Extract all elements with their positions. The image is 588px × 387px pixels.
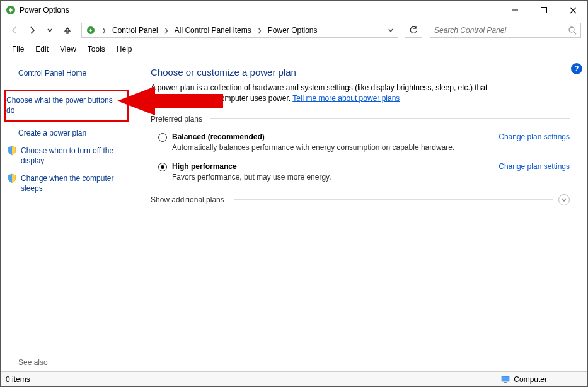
menu-edit[interactable]: Edit [30, 43, 54, 55]
sidebar-item-sleep: Change when the computer sleeps [7, 173, 129, 193]
app-icon [6, 5, 16, 15]
svg-rect-9 [502, 376, 509, 381]
menu-help[interactable]: Help [112, 43, 137, 55]
sidebar-item-display-off: Choose when to turn off the display [7, 146, 129, 166]
recent-dropdown[interactable] [42, 23, 57, 38]
svg-line-7 [574, 32, 576, 34]
breadcrumb-item[interactable]: Control Panel [110, 26, 161, 35]
menu-file[interactable]: File [7, 43, 29, 55]
forward-button[interactable] [25, 23, 40, 38]
breadcrumb-item[interactable]: All Control Panel Items [172, 26, 254, 35]
address-dropdown[interactable] [385, 27, 396, 33]
titlebar: Power Options [1, 1, 587, 20]
control-panel-home-link[interactable]: Control Panel Home [18, 68, 129, 78]
plan-desc: Favors performance, but may use more ene… [172, 173, 493, 182]
status-items: 0 items [3, 375, 501, 384]
change-plan-settings-link[interactable]: Change plan settings [499, 132, 570, 141]
menu-view[interactable]: View [55, 43, 81, 55]
status-right: Computer [501, 375, 585, 384]
window-controls [500, 1, 587, 20]
search-icon[interactable] [568, 26, 577, 35]
show-additional-plans: Show additional plans [151, 194, 570, 205]
plan-balanced: Balanced (recommended) Automatically bal… [151, 130, 570, 159]
tell-me-more-link[interactable]: Tell me more about power plans [292, 94, 400, 103]
chevron-right-icon[interactable]: ❯ [162, 27, 171, 33]
content: Control Panel Home Choose what the power… [1, 59, 587, 368]
chevron-right-icon[interactable]: ❯ [100, 27, 108, 33]
svg-rect-10 [504, 382, 507, 383]
radio-balanced[interactable] [158, 133, 167, 142]
turn-off-display-link[interactable]: Choose when to turn off the display [21, 146, 129, 166]
main-panel: ? Choose or customize a power plan A pow… [137, 59, 587, 368]
menu-bar: File Edit View Tools Help [1, 41, 587, 59]
status-computer-label: Computer [514, 375, 547, 384]
see-also-label: See also [18, 358, 129, 367]
preferred-plans-header: Preferred plans [151, 115, 570, 124]
shield-icon [7, 173, 17, 183]
up-button[interactable] [60, 23, 75, 38]
menu-tools[interactable]: Tools [83, 43, 110, 55]
chevron-right-icon[interactable]: ❯ [255, 27, 264, 33]
svg-rect-2 [541, 8, 547, 13]
sidebar: Control Panel Home Choose what the power… [1, 59, 137, 368]
plan-name: High performance [172, 162, 493, 171]
address-bar[interactable]: ❯ Control Panel ❯ All Control Panel Item… [81, 23, 398, 38]
show-additional-label: Show additional plans [151, 195, 224, 204]
nav-row: ❯ Control Panel ❯ All Control Panel Item… [1, 20, 587, 41]
expand-button[interactable] [558, 194, 570, 205]
sidebar-item-power-buttons: Choose what the power buttons do [4, 90, 129, 121]
shield-icon [7, 146, 17, 156]
close-button[interactable] [558, 1, 587, 20]
minimize-button[interactable] [500, 1, 529, 20]
plan-name: Balanced (recommended) [172, 132, 493, 141]
create-power-plan-link[interactable]: Create a power plan [18, 128, 129, 138]
refresh-button[interactable] [405, 23, 422, 38]
plan-high-performance: High performance Favors performance, but… [151, 159, 570, 189]
search-box[interactable] [430, 23, 581, 38]
choose-power-buttons-link[interactable]: Choose what the power buttons do [6, 95, 122, 115]
computer-sleep-link[interactable]: Change when the computer sleeps [21, 173, 129, 193]
address-icon[interactable] [83, 25, 98, 35]
window-title: Power Options [20, 6, 500, 14]
radio-high-performance[interactable] [158, 163, 167, 171]
maximize-button[interactable] [529, 1, 558, 20]
svg-point-6 [569, 27, 574, 32]
help-icon[interactable]: ? [571, 63, 582, 74]
back-button[interactable] [7, 23, 22, 38]
page-heading: Choose or customize a power plan [151, 67, 570, 78]
page-description: A power plan is a collection of hardware… [151, 83, 510, 105]
plan-desc: Automatically balances performance with … [172, 143, 493, 152]
status-bar: 0 items Computer [1, 371, 587, 386]
search-input[interactable] [434, 26, 568, 35]
change-plan-settings-link[interactable]: Change plan settings [499, 162, 570, 171]
preferred-plans-label: Preferred plans [151, 115, 202, 124]
breadcrumb-item[interactable]: Power Options [265, 26, 320, 35]
computer-icon [501, 376, 510, 383]
